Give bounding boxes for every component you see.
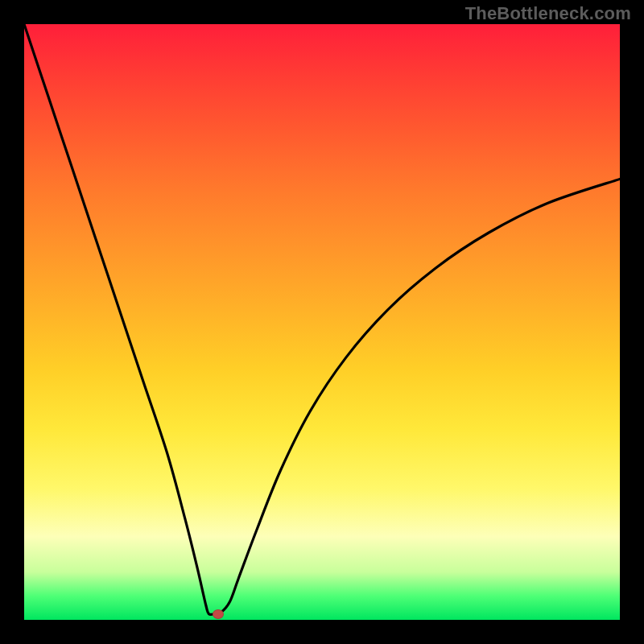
chart-frame: TheBottleneck.com [0, 0, 644, 644]
watermark-text: TheBottleneck.com [465, 3, 631, 24]
plot-area [24, 24, 620, 620]
optimal-point-marker [213, 609, 224, 619]
bottleneck-curve [24, 24, 620, 620]
